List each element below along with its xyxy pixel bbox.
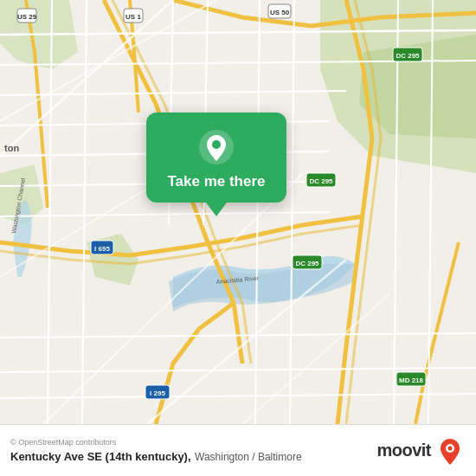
- attribution: © OpenStreetMap contributors: [10, 438, 376, 447]
- svg-text:I 295: I 295: [150, 389, 165, 397]
- svg-text:US 1: US 1: [125, 13, 141, 21]
- location-region: Washington / Baltimore: [195, 451, 302, 463]
- location-details: Kentucky Ave SE (14th kentucky), Washing…: [10, 448, 376, 464]
- map-area: Washington Channel Anacostia River US 1 …: [0, 0, 476, 424]
- bottom-bar: © OpenStreetMap contributors Kentucky Av…: [0, 424, 476, 476]
- svg-text:DC 295: DC 295: [396, 52, 420, 60]
- svg-text:DC 295: DC 295: [309, 177, 333, 185]
- svg-text:US 50: US 50: [270, 9, 290, 16]
- location-info: © OpenStreetMap contributors Kentucky Av…: [10, 438, 376, 464]
- svg-text:US 29: US 29: [17, 13, 37, 21]
- moovit-brand-icon: [434, 435, 466, 466]
- svg-text:I 695: I 695: [94, 245, 110, 253]
- location-name: Kentucky Ave SE (14th kentucky),: [10, 450, 191, 463]
- svg-text:MD 218: MD 218: [399, 376, 424, 384]
- moovit-text: moovit: [376, 441, 431, 460]
- svg-point-54: [212, 140, 221, 149]
- popup-label: Take me there: [167, 173, 265, 190]
- popup-tail: [206, 203, 227, 216]
- moovit-logo: moovit: [376, 435, 466, 466]
- take-me-there-popup[interactable]: Take me there: [130, 113, 303, 216]
- popup-button[interactable]: Take me there: [146, 113, 286, 203]
- svg-text:DC 295: DC 295: [295, 260, 319, 267]
- svg-point-56: [448, 446, 453, 450]
- location-pin-icon: [197, 128, 235, 166]
- svg-text:ton: ton: [4, 143, 19, 153]
